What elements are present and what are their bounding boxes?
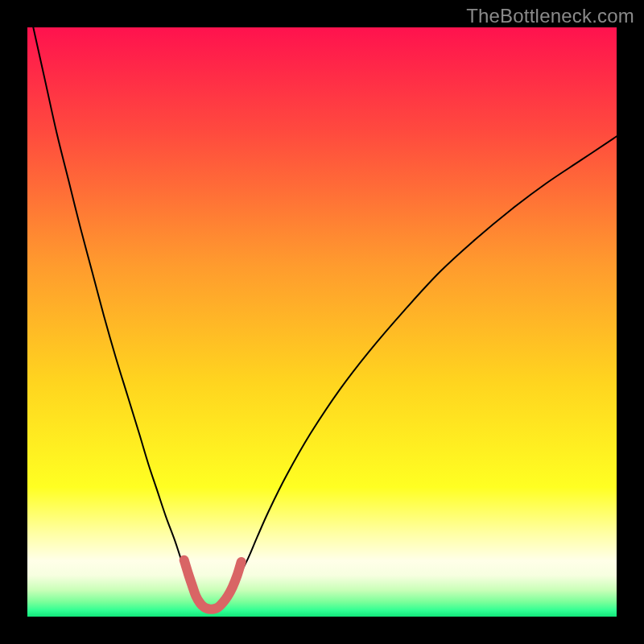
series-left-branch bbox=[33, 27, 196, 597]
series-valley-highlight bbox=[184, 560, 242, 609]
curve-layer bbox=[27, 27, 617, 617]
series-right-branch bbox=[228, 136, 617, 597]
plot-area bbox=[27, 27, 617, 617]
outer-frame: TheBottleneck.com bbox=[0, 0, 644, 644]
watermark-text: TheBottleneck.com bbox=[466, 5, 634, 27]
